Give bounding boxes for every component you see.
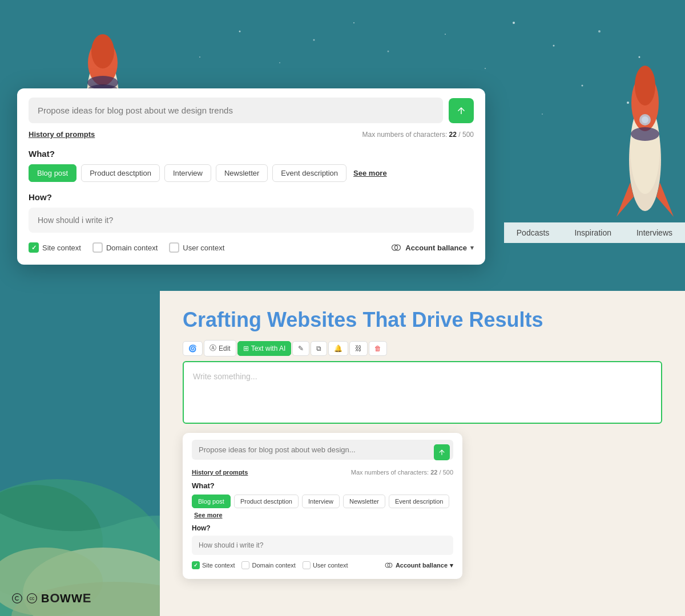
primary-tags-row: Blog post Product desctption Interview N… (29, 164, 474, 182)
sm-chevron-down-icon: ▾ (450, 562, 453, 569)
secondary-send-button[interactable] (434, 444, 450, 460)
secondary-history-link[interactable]: History of prompts (192, 469, 248, 476)
main-area: History of prompts Max numbers of charac… (0, 0, 685, 616)
link-icon: ⛓ (355, 345, 362, 352)
prompt-input-row (29, 98, 474, 123)
primary-history-link[interactable]: History of prompts (29, 130, 95, 139)
primary-what-label: What? (29, 149, 474, 159)
tab-inspiration[interactable]: Inspiration (562, 222, 624, 243)
svg-text:cc: cc (30, 595, 34, 601)
tag-newsletter[interactable]: Newsletter (216, 164, 268, 182)
primary-modal: History of prompts Max numbers of charac… (17, 88, 485, 265)
sm-tag-product-desc[interactable]: Product desctption (234, 495, 299, 508)
coins-icon (390, 242, 402, 253)
pen-icon: ✎ (298, 345, 304, 352)
secondary-meta-row: History of prompts Max numbers of charac… (192, 469, 453, 476)
tag-blog-post[interactable]: Blog post (29, 164, 76, 182)
logo-text: BOWWE (41, 591, 91, 606)
tag-product-desc[interactable]: Product desctption (81, 164, 160, 182)
sm-user-context-checkbox[interactable] (303, 561, 311, 569)
sm-checkbox-user-context[interactable]: User context (303, 561, 348, 569)
arrow-up-icon (456, 106, 466, 116)
bell-icon: 🔔 (334, 345, 342, 352)
secondary-how-input[interactable] (192, 536, 453, 555)
svg-point-37 (13, 594, 22, 603)
toolbar-emoji-button[interactable]: 🌀 (183, 341, 203, 356)
sm-checkbox-domain-context[interactable]: Domain context (241, 561, 295, 569)
site-context-checkbox[interactable] (29, 242, 39, 253)
tab-podcasts[interactable]: Podcasts (504, 222, 562, 243)
toolbar-bell-button[interactable]: 🔔 (328, 341, 348, 356)
secondary-account-balance[interactable]: Account ballance ▾ (384, 561, 453, 570)
checkbox-site-context[interactable]: Site context (29, 242, 81, 253)
domain-context-checkbox[interactable] (92, 242, 103, 253)
copy-icon: ⧉ (316, 345, 321, 352)
ai-edit-icon: Ⓐ (209, 343, 216, 353)
secondary-char-count: Max numbers of characters: 22 / 500 (351, 469, 453, 476)
primary-checkboxes: Site context Domain context User context (29, 242, 224, 253)
toolbar-copy-button[interactable]: ⧉ (311, 341, 327, 356)
toolbar-edit-button[interactable]: Ⓐ Edit (204, 340, 236, 356)
sm-tag-interview[interactable]: Interview (302, 495, 340, 508)
emoji-icon: 🌀 (188, 345, 197, 352)
secondary-how-label: How? (192, 524, 453, 532)
secondary-bottom-row: Site context Domain context User context (192, 561, 453, 570)
text-ai-icon: ⊞ (243, 345, 249, 352)
page-title: Crafting Websites That Drive Results (183, 308, 662, 332)
editor-toolbar: 🌀 Ⓐ Edit ⊞ Text with AI ✎ ⧉ 🔔 ⛓ (183, 340, 662, 356)
tag-interview[interactable]: Interview (164, 164, 211, 182)
sm-tag-event-desc[interactable]: Event description (389, 495, 449, 508)
secondary-modal: History of prompts Max numbers of charac… (183, 433, 462, 579)
tag-event-desc[interactable]: Event description (272, 164, 346, 182)
cc-icon: cc (26, 593, 38, 604)
sm-tag-newsletter[interactable]: Newsletter (343, 495, 385, 508)
tab-interviews[interactable]: Interviews (624, 222, 685, 243)
secondary-checkboxes: Site context Domain context User context (192, 561, 348, 569)
nav-tabs-right: Podcasts Inspiration Interviews (504, 222, 685, 243)
primary-bottom-row: Site context Domain context User context… (29, 242, 474, 253)
primary-see-more-link[interactable]: See more (353, 169, 387, 177)
secondary-tags-row: Blog post Product desctption Interview N… (192, 495, 453, 518)
checkbox-user-context[interactable]: User context (169, 242, 224, 253)
toolbar-trash-button[interactable]: 🗑 (369, 341, 387, 356)
primary-meta-row: History of prompts Max numbers of charac… (29, 130, 474, 139)
toolbar-text-ai-button[interactable]: ⊞ Text with AI (237, 341, 292, 356)
sm-checkbox-site-context[interactable]: Site context (192, 561, 235, 569)
secondary-prompt-input[interactable] (192, 440, 453, 460)
primary-account-balance[interactable]: Account ballance ▾ (390, 242, 474, 253)
primary-send-button[interactable] (449, 98, 474, 123)
primary-char-count: Max numbers of characters: 22 / 500 (362, 131, 474, 139)
editor-placeholder: Write something... (193, 372, 257, 381)
user-context-checkbox[interactable] (169, 242, 179, 253)
primary-how-input[interactable] (29, 208, 474, 233)
editor-area[interactable]: Write something... (183, 361, 662, 424)
sm-domain-context-checkbox[interactable] (241, 561, 249, 569)
secondary-see-more-link[interactable]: See more (194, 512, 223, 518)
secondary-what-label: What? (192, 481, 453, 490)
primary-prompt-input[interactable] (29, 98, 443, 123)
secondary-input-wrapper (192, 440, 453, 464)
trash-icon: 🗑 (374, 345, 381, 352)
chevron-down-icon: ▾ (470, 244, 474, 252)
checkbox-domain-context[interactable]: Domain context (92, 242, 158, 253)
footer-logo: cc BOWWE (11, 591, 91, 606)
primary-how-label: How? (29, 192, 474, 202)
toolbar-link-button[interactable]: ⛓ (349, 341, 368, 356)
sm-tag-blog-post[interactable]: Blog post (192, 495, 231, 508)
sm-coins-icon (384, 561, 393, 570)
sm-arrow-up-icon (438, 448, 446, 456)
copyright-icon (11, 593, 23, 604)
sm-site-context-checkbox[interactable] (192, 561, 200, 569)
toolbar-pen-button[interactable]: ✎ (292, 341, 309, 356)
content-area: Crafting Websites That Drive Results 🌀 Ⓐ… (160, 291, 685, 616)
